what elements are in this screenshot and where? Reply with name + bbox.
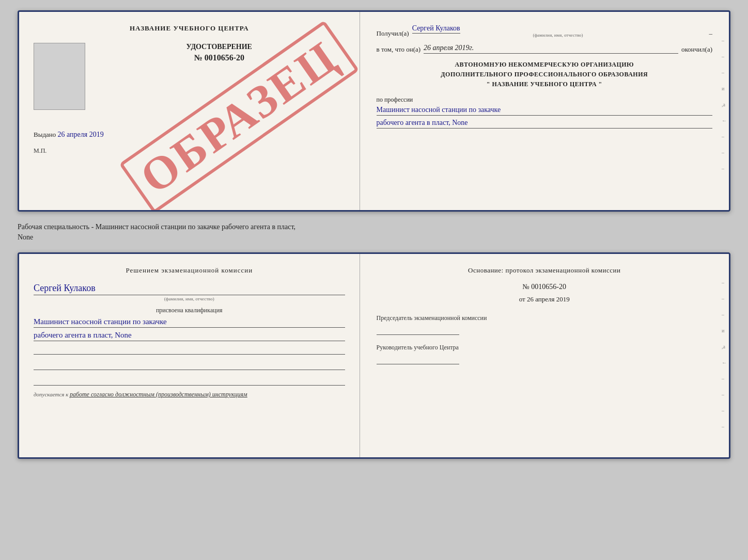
cert-issued-block: Выдано 26 апреля 2019 [34,131,345,139]
bottom-document: Решением экзаменационной комиссии Сергей… [18,252,730,459]
rukovod-label: Руководитель учебного Центра [377,343,712,352]
date-value: 26 апреля 2019г. [424,44,678,54]
dopusk-value: работе согласно должностным (производств… [70,391,247,398]
between-line2: None [18,232,730,243]
top-left-panel: НАЗВАНИЕ УЧЕБНОГО ЦЕНТРА УДОСТОВЕРЕНИЕ №… [19,12,360,210]
org-line2: ДОПОЛНИТЕЛЬНОГО ПРОФЕССИОНАЛЬНОГО ОБРАЗО… [377,70,712,79]
protocol-number: № 0010656-20 [377,283,712,291]
org-line3: " НАЗВАНИЕ УЧЕБНОГО ЦЕНТРА " [377,79,712,89]
cert-photo [34,43,85,110]
poluchil-row: Получил(а) Сергей Кулаков (фамилия, имя,… [377,24,712,38]
bottom-left-panel: Решением экзаменационной комиссии Сергей… [19,254,360,457]
vtom-label: в том, что он(а) [377,45,421,54]
org-line1: АВТОНОМНУЮ НЕКОММЕРЧЕСКУЮ ОРГАНИЗАЦИЮ [377,60,712,70]
top-right-content: Получил(а) Сергей Кулаков (фамилия, имя,… [377,24,712,129]
cert-main-text: УДОСТОВЕРЕНИЕ № 0010656-20 [93,43,345,67]
blank-line-1 [34,344,345,355]
mp-label: М.П. [34,147,345,155]
profession-line1-top: Машинист насосной станции по закачке [377,106,712,116]
top-right-panel: Получил(а) Сергей Кулаков (фамилия, имя,… [360,12,729,210]
between-text: Рабочая специальность - Машинист насосно… [18,220,730,244]
rukovod-block: Руководитель учебного Центра [377,343,712,364]
side-marks-top: – – – и ,а ← – – – [722,38,727,171]
cert-number: № 0010656-20 [93,53,345,62]
cert-center-area: УДОСТОВЕРЕНИЕ № 0010656-20 [34,43,345,110]
chairman-sig-line [377,325,459,335]
commission-title: Решением экзаменационной комиссии [34,266,345,275]
chairman-label: Председатель экзаменационной комиссии [377,314,712,323]
protocol-date-value: 26 апреля 2019 [527,295,570,303]
udostoverenie-label: УДОСТОВЕРЕНИЕ [93,43,345,51]
qualification-line1: Машинист насосной станции по закачке [34,317,345,328]
between-line1: Рабочая специальность - Машинист насосно… [18,222,730,232]
blank-line-2 [34,360,345,370]
top-cert-title: НАЗВАНИЕ УЧЕБНОГО ЦЕНТРА [34,24,345,33]
protocol-date: от 26 апреля 2019 [377,295,712,303]
org-block: АВТОНОМНУЮ НЕКОММЕРЧЕСКУЮ ОРГАНИЗАЦИЮ ДО… [377,60,712,90]
issued-label: Выдано [34,131,56,138]
qualification-line2: рабочего агента в пласт, None [34,331,345,341]
profession-line2-top: рабочего агента в пласт, None [377,119,712,129]
prisvoena-label: присвоена квалификация [34,307,345,314]
poluchil-label: Получил(а) [377,29,409,38]
name-hint-bottom: (фамилия, имя, отчество) [34,296,345,301]
dopusk-block: допускается к работе согласно должностны… [34,391,345,398]
chairman-block: Председатель экзаменационной комиссии [377,314,712,335]
rukovod-sig-line [377,354,459,364]
vtom-row: в том, что он(а) 26 апреля 2019г. окончи… [377,44,712,54]
dopusk-label: допускается к [34,391,68,397]
protocol-date-prefix: от [519,295,525,303]
bottom-right-panel: Основание: протокол экзаменационной коми… [360,254,729,457]
blank-line-3 [34,375,345,386]
person-name-bottom: Сергей Кулаков [34,283,345,295]
okonchil-label: окончил(а) [681,45,712,54]
person-name-top: Сергей Кулаков [412,24,460,34]
osnov-title: Основание: протокол экзаменационной коми… [377,266,712,275]
issued-date: 26 апреля 2019 [58,131,104,138]
po-professii: по профессии [377,96,712,104]
side-marks-bottom: – – – и ,а ← – – – – [722,280,727,429]
top-document: НАЗВАНИЕ УЧЕБНОГО ЦЕНТРА УДОСТОВЕРЕНИЕ №… [18,10,730,212]
